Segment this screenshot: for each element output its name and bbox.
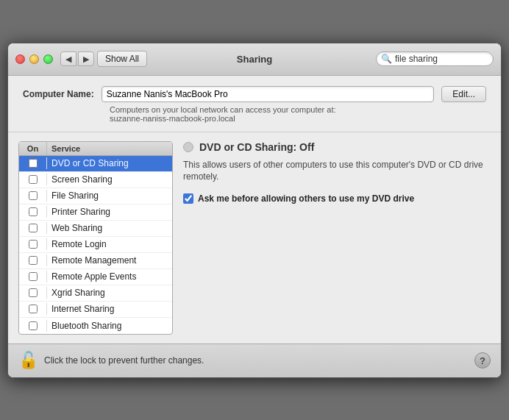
service-checkbox-cell — [19, 206, 47, 218]
maximize-button[interactable] — [43, 54, 53, 64]
computer-name-section: Computer Name: Edit... Computers on your… — [8, 76, 501, 132]
service-checkbox-cell — [19, 287, 47, 299]
close-button[interactable] — [15, 54, 25, 64]
service-row[interactable]: Remote Apple Events — [19, 269, 172, 285]
service-row[interactable]: File Sharing — [19, 188, 172, 204]
footer-text: Click the lock to prevent further change… — [44, 355, 204, 366]
window-title: Sharing — [237, 54, 272, 65]
services-panel: On Service DVD or CD Sharing Screen Shar… — [18, 141, 173, 335]
traffic-lights — [15, 54, 53, 64]
service-row[interactable]: Remote Management — [19, 253, 172, 269]
service-name-dvd: DVD or CD Sharing — [47, 156, 172, 171]
computer-name-label: Computer Name: — [23, 89, 94, 99]
service-checkbox-cell — [19, 255, 47, 266]
service-name-remote-login: Remote Login — [47, 237, 172, 252]
service-checkbox-cell — [19, 303, 47, 315]
services-table: On Service DVD or CD Sharing Screen Shar… — [18, 141, 173, 335]
search-icon: 🔍 — [381, 54, 392, 64]
service-checkbox-file[interactable] — [29, 191, 38, 200]
service-row[interactable]: Printer Sharing — [19, 204, 172, 221]
search-input[interactable] — [395, 54, 502, 64]
service-name-internet: Internet Sharing — [47, 302, 172, 316]
service-name-file: File Sharing — [47, 188, 172, 203]
sharing-window: ◀ ▶ Show All Sharing 🔍 ✕ Computer Name: … — [7, 43, 502, 378]
service-name-remote-events: Remote Apple Events — [47, 269, 172, 284]
detail-title-row: DVD or CD Sharing: Off — [183, 141, 491, 153]
service-checkbox-cell — [19, 174, 47, 185]
service-checkbox-cell — [19, 271, 47, 282]
computer-name-row: Computer Name: Edit... — [23, 86, 486, 102]
service-name-printer: Printer Sharing — [47, 204, 172, 219]
service-row[interactable]: Bluetooth Sharing — [19, 318, 172, 334]
service-checkbox-cell — [19, 238, 47, 250]
service-row[interactable]: Internet Sharing — [19, 302, 172, 318]
help-button[interactable]: ? — [474, 352, 491, 369]
nav-buttons: ◀ ▶ — [60, 51, 94, 66]
dvd-option-checkbox[interactable] — [183, 193, 193, 204]
search-box: 🔍 ✕ — [376, 51, 494, 66]
service-row[interactable]: Xgrid Sharing — [19, 285, 172, 302]
service-name-web: Web Sharing — [47, 221, 172, 235]
detail-option: Ask me before allowing others to use my … — [183, 193, 491, 204]
status-indicator — [183, 142, 193, 152]
service-checkbox-cell — [19, 190, 47, 202]
services-header: On Service — [19, 142, 172, 156]
service-checkbox-cell — [19, 320, 47, 332]
main-content: On Service DVD or CD Sharing Screen Shar… — [8, 132, 501, 344]
service-row[interactable]: DVD or CD Sharing — [19, 156, 172, 172]
service-name-xgrid: Xgrid Sharing — [47, 285, 172, 300]
detail-panel: DVD or CD Sharing: Off This allows users… — [183, 141, 491, 335]
service-checkbox-cell — [19, 222, 47, 234]
services-header-on: On — [19, 142, 47, 155]
service-checkbox-cell — [19, 157, 47, 169]
services-header-service: Service — [47, 142, 172, 155]
service-checkbox-remote-login[interactable] — [29, 240, 38, 249]
service-checkbox-xgrid[interactable] — [29, 288, 38, 297]
service-checkbox-web[interactable] — [29, 224, 38, 232]
service-row[interactable]: Web Sharing — [19, 221, 172, 237]
back-button[interactable]: ◀ — [60, 51, 76, 66]
service-checkbox-internet[interactable] — [29, 305, 38, 313]
service-name-remote-mgmt: Remote Management — [47, 253, 172, 268]
forward-button[interactable]: ▶ — [78, 51, 94, 66]
service-name-screen: Screen Sharing — [47, 172, 172, 187]
detail-description: This allows users of other computers to … — [183, 159, 491, 184]
service-row[interactable]: Screen Sharing — [19, 172, 172, 188]
titlebar: ◀ ▶ Show All Sharing 🔍 ✕ — [8, 43, 501, 76]
dvd-option-label: Ask me before allowing others to use my … — [198, 193, 414, 204]
service-checkbox-printer[interactable] — [29, 207, 38, 216]
service-row[interactable]: Remote Login — [19, 237, 172, 253]
service-checkbox-remote-events[interactable] — [29, 272, 38, 281]
service-name-bluetooth: Bluetooth Sharing — [47, 318, 172, 333]
computer-name-input[interactable] — [102, 86, 435, 102]
service-checkbox-bluetooth[interactable] — [29, 321, 38, 330]
service-checkbox-screen[interactable] — [29, 175, 38, 184]
lock-icon[interactable]: 🔓 — [18, 351, 38, 370]
service-checkbox-remote-mgmt[interactable] — [29, 256, 38, 265]
detail-title: DVD or CD Sharing: Off — [199, 141, 314, 153]
minimize-button[interactable] — [29, 54, 39, 64]
service-checkbox-dvd[interactable] — [29, 159, 38, 168]
network-address-text: Computers on your local network can acce… — [23, 105, 486, 123]
show-all-button[interactable]: Show All — [97, 51, 147, 67]
edit-button[interactable]: Edit... — [441, 86, 486, 102]
lock-wrapper: 🔓 Click the lock to prevent further chan… — [18, 351, 204, 370]
footer: 🔓 Click the lock to prevent further chan… — [8, 344, 501, 377]
